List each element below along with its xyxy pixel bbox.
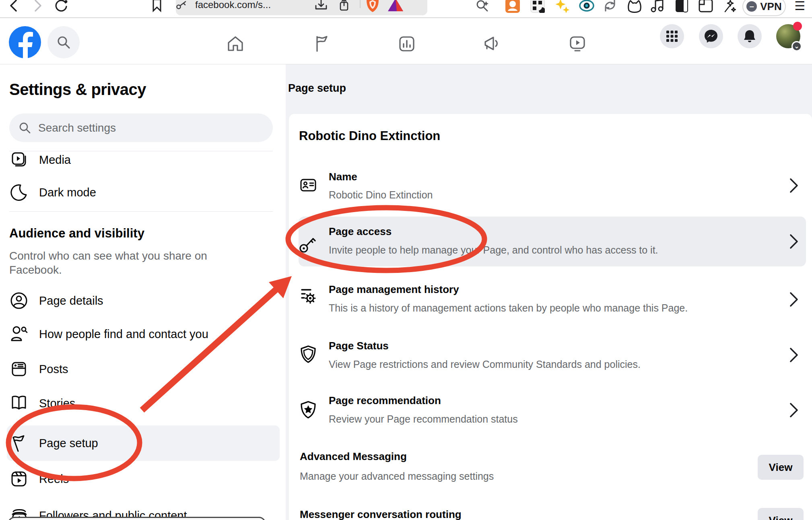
advanced-messaging-view-button[interactable]: View bbox=[758, 455, 804, 480]
row-subtitle-page-recommendation: Review your Page recommendation status bbox=[329, 413, 518, 425]
ext-mail-icon[interactable] bbox=[505, 0, 521, 14]
nav-video-tab[interactable] bbox=[568, 34, 587, 54]
row-title-name[interactable]: Name bbox=[329, 170, 357, 183]
toolbar-divider bbox=[360, 0, 361, 8]
flag-icon bbox=[313, 35, 331, 53]
ext-zoom-icon[interactable] bbox=[474, 0, 490, 14]
settings-sidebar: Settings & privacy Media Dark mode Audie… bbox=[0, 64, 286, 520]
passkey-icon bbox=[176, 0, 188, 10]
chevron-right-icon[interactable] bbox=[789, 291, 800, 307]
sidebar-item-reels[interactable]: Reels bbox=[39, 472, 69, 486]
chevron-right-icon[interactable] bbox=[789, 347, 800, 363]
vpn-status-icon: – bbox=[746, 1, 757, 12]
profile-avatar[interactable]: ⌄ bbox=[776, 24, 800, 48]
notifications-button[interactable] bbox=[738, 24, 762, 48]
row-title-page-management-history[interactable]: Page management history bbox=[329, 283, 459, 296]
notification-badge bbox=[793, 22, 802, 31]
download-icon[interactable] bbox=[315, 0, 328, 11]
ext-qr-icon[interactable] bbox=[530, 0, 546, 14]
vpn-button[interactable]: – VPN bbox=[742, 0, 786, 16]
address-bar[interactable]: facebook.com/s... bbox=[176, 0, 427, 15]
ext-cat-icon[interactable] bbox=[626, 0, 642, 14]
browser-back-button[interactable] bbox=[6, 0, 22, 14]
page-access-highlight[interactable] bbox=[299, 217, 806, 266]
book-icon bbox=[10, 394, 28, 412]
person-circle-icon bbox=[10, 292, 28, 310]
avatar-chevron-down-icon: ⌄ bbox=[791, 41, 802, 52]
browser-menu-icon[interactable]: ☰ bbox=[792, 0, 808, 14]
url-text: facebook.com/s... bbox=[195, 0, 271, 10]
chevron-right-icon[interactable] bbox=[789, 233, 800, 250]
section-description: Control who can see what you share on Fa… bbox=[9, 249, 214, 277]
nav-home-tab[interactable] bbox=[226, 34, 245, 54]
messenger-routing-title: Messenger conversation routing bbox=[300, 508, 462, 520]
chevron-right-icon[interactable] bbox=[789, 177, 800, 194]
search-button[interactable] bbox=[47, 26, 80, 58]
vpn-label: VPN bbox=[760, 0, 781, 13]
facebook-logo[interactable] bbox=[9, 26, 41, 58]
key-icon bbox=[299, 233, 318, 253]
search-icon bbox=[56, 35, 71, 50]
search-settings-field[interactable] bbox=[38, 122, 247, 134]
nav-pages-tab[interactable] bbox=[312, 34, 332, 54]
nav-marketplace-tab[interactable] bbox=[397, 34, 416, 54]
apps-menu-button[interactable] bbox=[660, 24, 684, 48]
row-subtitle-name: Robotic Dino Extinction bbox=[329, 189, 433, 201]
advanced-messaging-title: Advanced Messaging bbox=[300, 450, 407, 463]
search-settings-input[interactable] bbox=[9, 113, 273, 142]
ext-wand-icon[interactable] bbox=[721, 0, 737, 14]
page-title: Page setup bbox=[288, 82, 346, 95]
row-subtitle-page-access: Invite people to help manage your Page, … bbox=[329, 244, 658, 256]
sidebar-item-posts[interactable]: Posts bbox=[39, 362, 68, 376]
sidebar-item-dark-mode[interactable]: Dark mode bbox=[39, 185, 96, 200]
bookmark-icon[interactable] bbox=[149, 0, 165, 14]
ext-recycle-icon[interactable] bbox=[602, 0, 618, 14]
divider bbox=[9, 211, 273, 212]
row-subtitle-page-status: View Page restrictions and review Commun… bbox=[329, 358, 641, 371]
messenger-button[interactable] bbox=[699, 24, 723, 48]
advanced-messaging-subtitle: Manage your advanced messaging settings bbox=[300, 470, 494, 482]
flag-icon bbox=[10, 434, 28, 452]
page-name-heading: Robotic Dino Extinction bbox=[299, 129, 440, 143]
id-card-icon bbox=[299, 175, 318, 195]
sidebar-item-how-people-find[interactable]: How people find and contact you bbox=[39, 327, 208, 341]
post-icon bbox=[10, 360, 28, 378]
ext-sparkle-icon[interactable] bbox=[554, 0, 571, 14]
extension-shield-icon[interactable] bbox=[365, 0, 380, 13]
row-title-page-status[interactable]: Page Status bbox=[329, 339, 389, 352]
reels-icon bbox=[10, 470, 28, 488]
search-icon bbox=[19, 122, 31, 134]
sidebar-item-page-setup[interactable]: Page setup bbox=[39, 436, 98, 450]
sidebar-item-page-details[interactable]: Page details bbox=[39, 293, 103, 308]
messenger-routing-view-button[interactable]: View bbox=[758, 508, 804, 520]
extension-triangle-icon[interactable] bbox=[387, 0, 404, 12]
ext-music-icon[interactable] bbox=[649, 0, 666, 14]
browser-forward-button[interactable] bbox=[30, 0, 46, 14]
chevron-right-icon[interactable] bbox=[789, 402, 800, 418]
share-icon[interactable] bbox=[339, 0, 349, 11]
facebook-settings-screen: facebook.com/s... bbox=[0, 0, 812, 520]
shield-star-icon bbox=[299, 400, 318, 419]
browser-reload-button[interactable] bbox=[53, 0, 69, 14]
chart-square-icon bbox=[398, 35, 416, 53]
sidebar-item-stories[interactable]: Stories bbox=[39, 396, 75, 411]
list-gear-icon bbox=[299, 287, 318, 306]
sidebar-item-media[interactable]: Media bbox=[39, 153, 71, 167]
ext-window-icon[interactable] bbox=[698, 0, 714, 14]
row-title-page-access[interactable]: Page access bbox=[329, 225, 392, 238]
nav-ads-tab[interactable] bbox=[482, 34, 501, 54]
row-title-page-recommendation[interactable]: Page recommendation bbox=[329, 394, 441, 407]
sidebar-title: Settings & privacy bbox=[9, 80, 146, 99]
cutoff-popup-edge bbox=[8, 517, 266, 520]
video-play-icon bbox=[568, 35, 587, 53]
ext-panel-icon[interactable] bbox=[674, 0, 690, 14]
ext-eye-icon[interactable] bbox=[579, 0, 595, 14]
messenger-icon bbox=[704, 29, 718, 43]
moon-icon bbox=[10, 184, 28, 201]
shield-icon bbox=[299, 345, 318, 364]
divider bbox=[9, 151, 273, 151]
section-title-audience: Audience and visibility bbox=[9, 226, 144, 241]
person-search-icon bbox=[10, 325, 28, 343]
megaphone-icon bbox=[482, 35, 501, 53]
bell-icon bbox=[743, 29, 756, 43]
